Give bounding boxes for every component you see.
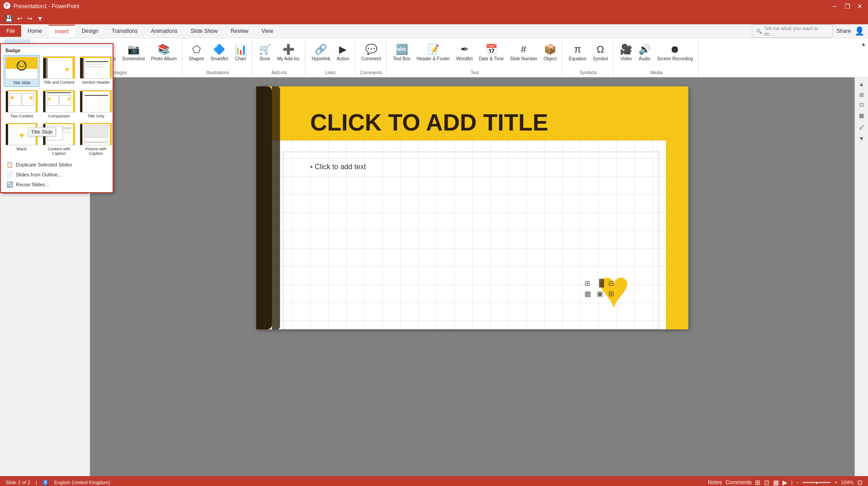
store-icon: 🛒 [259,44,271,55]
right-panel-btn2[interactable]: ⊞ [859,91,865,99]
zoom-slider[interactable]: ━━━━●━━━━ [803,480,831,486]
audio-button[interactable]: 🔊 Audio [636,39,653,65]
tab-design[interactable]: Design [75,25,105,37]
right-panel: ▲ ⊞ ⊡ ▦ 🖊 ▼ [854,77,868,476]
layout-thumb-title-content: ♥ [43,56,75,79]
fit-slide-btn[interactable]: ⊡ [857,479,863,486]
photo-album-label: Photo Album [151,56,177,61]
slide-number-button[interactable]: # Slide Number [507,39,540,65]
hyperlink-button[interactable]: 🔗 Hyperlink [309,39,333,65]
layout-title-and-content[interactable]: ♥ Title and Content [41,55,77,87]
duplicate-icon: 📋 [6,162,13,168]
tab-home[interactable]: Home [21,25,49,37]
header-footer-button[interactable]: 📝 Header & Footer [414,39,452,65]
menu-reuse-slides[interactable]: 🔄 Reuse Slides... [4,180,110,189]
layout-title-only[interactable]: Title Only [78,89,113,120]
tab-review[interactable]: Review [224,25,255,37]
action-button[interactable]: ▶ Action [334,39,352,65]
layout-two-content[interactable]: ♥ ♥ Two Content [4,89,40,120]
slide-info: Slide 2 of 2 [5,480,30,485]
right-panel-btn6[interactable]: ▼ [859,134,865,144]
reuse-label: Reuse Slides... [16,182,49,187]
title-bar-controls: ─ ❐ ✕ [830,3,864,10]
minimize-button[interactable]: ─ [830,3,839,10]
view-slide-sorter-icon[interactable]: ⊡ [764,479,769,486]
tell-me-box[interactable]: 🔍 Tell me what you want to do... [752,24,833,38]
slide-canvas: CLICK TO ADD TITLE • Click to add text ♥… [256,86,688,329]
text-items: 🔤 Text Box 📝 Header & Footer ✒ WordArt 📅… [390,39,559,75]
equation-button[interactable]: π Equation [566,39,589,65]
smartart-button[interactable]: 🔷 SmartArt [208,39,231,65]
comments-button[interactable]: Comments [725,479,751,486]
close-button[interactable]: ✕ [855,3,864,10]
ribbon-collapse-button[interactable]: ▲ [861,41,866,47]
zoom-level[interactable]: 104% [841,480,854,485]
screen-recording-button[interactable]: ⏺ Screen Recording [654,39,696,65]
chart-label: Chart [235,56,246,61]
store-button[interactable]: 🛒 Store [256,39,274,65]
symbol-button[interactable]: Ω Symbol [590,39,610,65]
redo-quick-btn[interactable]: ↪ [26,15,34,22]
menu-from-outline[interactable]: 📄 Slides from Outline... [4,170,110,180]
photo-album-button[interactable]: 📚 Photo Album [149,39,180,65]
slide-number-icon: # [521,44,526,55]
layout-picture-caption[interactable]: Picture with Caption [78,122,113,157]
group-illustrations-label: Illustrations [183,70,252,75]
slide-title[interactable]: CLICK TO ADD TITLE [310,109,652,136]
undo-quick-btn[interactable]: ↩ [16,15,24,22]
tab-transitions[interactable]: Transitions [105,25,145,37]
slide-body[interactable]: • Click to add text [310,163,652,262]
right-panel-btn1[interactable]: ▲ [859,79,865,89]
video-button[interactable]: 🎥 Video [617,39,635,65]
layout-title-slide[interactable]: Title Slide [4,55,40,87]
canvas-area: CLICK TO ADD TITLE • Click to add text ♥… [90,77,854,476]
shapes-icon: ⬠ [192,44,201,55]
layout-thumb-title-slide [5,57,38,79]
date-time-button[interactable]: 📅 Date & Time [476,39,506,65]
photo-album-icon: 📚 [158,44,170,55]
object-button[interactable]: 📦 Object [541,39,559,65]
restore-button[interactable]: ❐ [843,3,852,10]
tab-file[interactable]: File [0,25,21,37]
group-addins-label: Add-ins [253,70,305,75]
wordart-button[interactable]: ✒ WordArt [453,39,475,65]
wordart-label: WordArt [456,56,473,61]
comment-button[interactable]: 💬 Comment [359,39,384,65]
right-panel-btn3[interactable]: ⊡ [859,101,865,109]
view-normal-icon[interactable]: ⊞ [755,479,760,486]
tab-insert[interactable]: Insert [49,25,75,37]
save-quick-btn[interactable]: 💾 [4,15,14,22]
status-bar-right: Notes Comments ⊞ ⊡ ▦ ▶ | − ━━━━●━━━━ + 1… [708,479,863,486]
from-outline-icon: 📄 [6,171,13,178]
view-reading-icon[interactable]: ▦ [773,479,779,486]
symbols-items: π Equation Ω Symbol [566,39,610,75]
object-icon: 📦 [544,44,556,55]
zoom-in-btn[interactable]: + [834,480,837,485]
group-media-label: Media [615,70,698,75]
shapes-button[interactable]: ⬠ Shapes [186,39,207,65]
my-addins-button[interactable]: ➕ My Add-ins [275,39,302,65]
right-panel-btn5[interactable]: 🖊 [859,122,865,132]
notes-button[interactable]: Notes [708,479,722,486]
tab-slideshow[interactable]: Slide Show [184,25,224,37]
slideshow-icon[interactable]: ▶ [782,479,787,486]
zoom-out-btn[interactable]: − [796,480,799,485]
equation-icon: π [574,44,581,55]
menu-duplicate[interactable]: 📋 Duplicate Selected Slides [4,160,110,170]
layout-section-header[interactable]: Section Header [78,55,113,87]
layout-blank[interactable]: ♥ Blank [4,122,40,157]
textbox-button[interactable]: 🔤 Text Box [390,39,413,65]
tab-animations[interactable]: Animations [145,25,184,37]
layout-comparison[interactable]: ♥ ♥ Comparison [41,89,77,120]
right-panel-btn4[interactable]: ▦ [859,111,865,121]
layout-content-caption[interactable]: ♥ Content with Caption [41,122,77,157]
group-comments: 💬 Comment Comments [356,39,387,76]
yellow-right-bar [666,86,688,329]
screenshot-button[interactable]: 📷 Screenshot [119,39,148,65]
tab-view[interactable]: View [255,25,280,37]
share-button[interactable]: Share [836,28,851,34]
tooltip: Title Slide [28,127,56,136]
more-quick-btn[interactable]: ▼ [36,15,45,22]
illustrations-items: ⬠ Shapes 🔷 SmartArt 📊 Chart [186,39,249,75]
chart-button[interactable]: 📊 Chart [232,39,249,65]
